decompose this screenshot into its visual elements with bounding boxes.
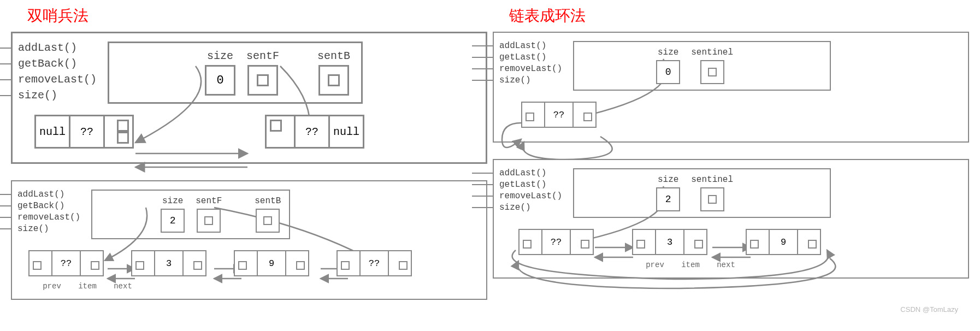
object-box: size0 sentF sentB bbox=[108, 42, 363, 104]
size-value: 0 bbox=[205, 65, 235, 96]
method-addlast: addLast() bbox=[0, 190, 80, 199]
list-node: ?? bbox=[336, 250, 412, 276]
size-value: 2 bbox=[656, 187, 680, 211]
method-getlast: getLast() bbox=[472, 180, 562, 190]
method-removelast: removeLast() bbox=[472, 64, 562, 74]
node-item: ?? bbox=[545, 103, 574, 127]
size-value: 0 bbox=[656, 60, 680, 84]
list-node: ?? bbox=[28, 250, 104, 276]
sentinel-label: sentinel bbox=[691, 48, 733, 57]
node-sublabels: previtemnext bbox=[38, 282, 481, 291]
node-prev: null bbox=[36, 116, 70, 147]
sentinel-node: ?? bbox=[521, 102, 597, 128]
left-column: 双哨兵法 addLast() getBack() removeLast() si… bbox=[11, 0, 487, 316]
right-diagram-1: addLast() getLast() removeLast() size() … bbox=[493, 32, 969, 143]
sentinel-pointer bbox=[700, 60, 724, 84]
left-diagram-2: addLast() getBack() removeLast() size() … bbox=[11, 180, 487, 300]
method-removelast: removeLast() bbox=[472, 191, 562, 201]
left-title: 双哨兵法 bbox=[27, 5, 487, 26]
list-node: 9 bbox=[234, 250, 309, 276]
right-title: 链表成环法 bbox=[509, 5, 969, 26]
method-getback: getBack() bbox=[0, 57, 97, 70]
methods-list: addLast() getBack() removeLast() size() bbox=[0, 190, 80, 234]
method-addlast: addLast() bbox=[472, 41, 562, 51]
method-getback: getBack() bbox=[0, 201, 80, 211]
node-item: ?? bbox=[52, 251, 81, 275]
node-item: 9 bbox=[770, 230, 798, 254]
node-item: ?? bbox=[361, 251, 389, 275]
right-diagram-2: addLast() getLast() removeLast() size() … bbox=[493, 159, 969, 279]
size-label: size bbox=[207, 50, 233, 62]
size-label: size bbox=[162, 196, 183, 206]
node-item: 3 bbox=[155, 251, 184, 275]
right-column: 链表成环法 addLast() getLast() removeLast() s… bbox=[493, 0, 969, 316]
methods-list: addLast() getBack() removeLast() size() bbox=[0, 42, 97, 102]
node-next bbox=[105, 116, 132, 147]
node-item: ?? bbox=[296, 116, 330, 147]
method-size: size() bbox=[0, 89, 97, 102]
methods-list: addLast() getLast() removeLast() size() bbox=[472, 41, 562, 85]
node-item: ?? bbox=[70, 116, 105, 147]
methods-list: addLast() getLast() removeLast() size() bbox=[472, 168, 562, 212]
method-addlast: addLast() bbox=[472, 168, 562, 178]
object-box: size2 sentF sentB bbox=[91, 190, 290, 239]
object-box: size2 sentinel bbox=[573, 168, 831, 218]
node-item: 3 bbox=[656, 230, 684, 254]
node-sentf: null ?? bbox=[34, 115, 134, 149]
node-sentb: ?? null bbox=[265, 115, 364, 149]
node-item: 9 bbox=[258, 251, 286, 275]
method-removelast: removeLast() bbox=[0, 73, 97, 86]
sentb-pointer bbox=[318, 65, 349, 96]
node-next: null bbox=[330, 116, 363, 147]
sentinel-pointer bbox=[700, 187, 724, 211]
method-size: size() bbox=[472, 75, 562, 85]
list-node: 3 bbox=[632, 229, 707, 255]
object-box: size0 sentinel bbox=[573, 41, 831, 91]
left-diagram-1: addLast() getBack() removeLast() size() … bbox=[11, 32, 487, 164]
sentb-label: sentB bbox=[317, 50, 350, 62]
list-node: ?? bbox=[518, 229, 594, 255]
method-getlast: getLast() bbox=[472, 52, 562, 62]
size-label: size bbox=[658, 48, 678, 57]
size-value: 2 bbox=[161, 209, 185, 233]
sentf-label: sentF bbox=[246, 50, 279, 62]
method-size: size() bbox=[472, 203, 562, 212]
method-addlast: addLast() bbox=[0, 42, 97, 54]
list-node: 9 bbox=[746, 229, 821, 255]
sentb-label: sentB bbox=[255, 196, 281, 206]
sentf-label: sentF bbox=[196, 196, 222, 206]
sentinel-label: sentinel bbox=[691, 175, 733, 185]
sentf-pointer bbox=[247, 65, 278, 96]
sentf-pointer bbox=[197, 209, 221, 233]
node-sublabels: previtemnext bbox=[641, 261, 963, 269]
node-prev bbox=[267, 116, 296, 147]
node-item: ?? bbox=[542, 230, 571, 254]
list-node: 3 bbox=[131, 250, 206, 276]
method-removelast: removeLast() bbox=[0, 212, 80, 222]
size-label: size bbox=[658, 175, 678, 185]
method-size: size() bbox=[0, 224, 80, 234]
sentb-pointer bbox=[256, 209, 280, 233]
watermark: CSDN @TomLazy bbox=[900, 305, 958, 314]
